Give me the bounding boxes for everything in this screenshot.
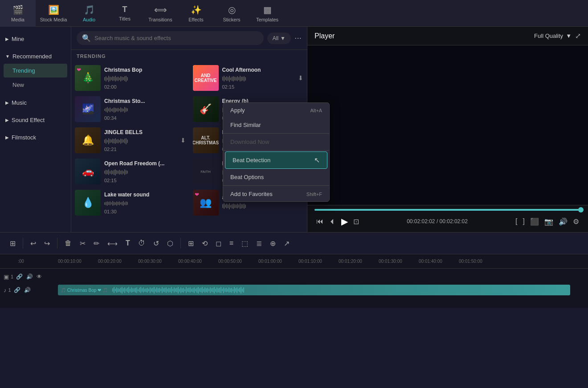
ctx-add-favorites[interactable]: Add to Favorites Shift+F [223, 187, 329, 201]
toolbar-stickers[interactable]: ◎ Stickers [214, 0, 249, 27]
add-button[interactable]: ⊕ [267, 237, 278, 250]
player-panel: Player Full Quality ▼ ⤢ ⏮ ⏴ ▶ ⊡ [307, 27, 588, 232]
sidebar-recommended-header[interactable]: ▼ Recommended [0, 49, 71, 63]
video-visible-button[interactable]: 👁 [36, 273, 43, 281]
toolbar-media[interactable]: 🎬 Media [0, 0, 36, 27]
ruler-mark-0: :00 [18, 259, 58, 264]
loop-button[interactable]: ⊡ [351, 216, 361, 228]
track-item-lake[interactable]: 💧 Lake water sound 01:30 [71, 187, 189, 218]
play-button[interactable]: ▶ [339, 214, 350, 229]
audio-track-icon: ♪ [4, 287, 7, 294]
fullscreen-button[interactable]: ⬛ [528, 216, 541, 228]
audio-sound-button[interactable]: 🔊 [23, 286, 32, 294]
audio-link-button[interactable]: 🔗 [13, 286, 21, 294]
rotate-button[interactable]: ↺ [151, 237, 162, 250]
ctx-download-now[interactable]: Download Now [223, 135, 329, 149]
search-input[interactable] [94, 35, 258, 41]
search-icon: 🔍 [82, 34, 91, 42]
track-lane-video-content [58, 270, 588, 283]
audio-track-num: 1 [8, 287, 11, 293]
track-item-open-road[interactable]: 🚗 Open Road Freedom (... 02:15 [71, 156, 189, 187]
text-tool-button[interactable]: T [123, 237, 133, 250]
download-cool-button[interactable]: ⬇ [298, 74, 303, 82]
toolbar-templates[interactable]: ▦ Templates [249, 0, 285, 27]
ruler-mark-9: 00:01:30:00 [379, 259, 419, 264]
frame-back-button[interactable]: ⏴ [327, 216, 338, 227]
rewind-button[interactable]: ⏮ [314, 216, 325, 227]
track-item-jingle-bells[interactable]: 🔔 JINGLE BELLS 02:21 ⬇ [71, 125, 189, 156]
player-expand-button[interactable]: ⤢ [575, 32, 581, 40]
ctx-find-similar[interactable]: Find Similar [223, 118, 329, 132]
audio-clip-christmas-bop[interactable]: 🎵 Christmas Bop ❤ 🎵 [58, 285, 570, 295]
mark-out-button[interactable]: ] [521, 216, 527, 227]
effects-icon: ✨ [191, 4, 202, 15]
volume-button[interactable]: 🔊 [557, 216, 569, 228]
toolbar-audio[interactable]: 🎵 Audio [71, 0, 107, 27]
undo-button[interactable]: ↩ [28, 237, 39, 250]
video-link-button[interactable]: 🔗 [15, 273, 24, 281]
toolbar-titles[interactable]: T Titles [107, 0, 143, 27]
sidebar-mine-header[interactable]: ▶ Mine [0, 32, 71, 46]
sync-button[interactable]: ⟲ [199, 237, 210, 250]
track-item-christmas-story[interactable]: 🌌 Christmas Sto... 00:34 [71, 94, 189, 125]
sidebar-item-trending[interactable]: Trending [4, 64, 67, 78]
edit-button[interactable]: ✏ [91, 237, 102, 250]
split-button[interactable]: ≡ [227, 237, 236, 250]
settings-button[interactable]: ⚙ [571, 216, 581, 228]
sidebar-music-header[interactable]: ▶ Music [0, 96, 71, 110]
content-panel: 🔍 All ▼ ⋯ TRENDING 🎄 ❤ Chri [71, 27, 307, 232]
audio-clip-waveform [112, 287, 568, 294]
toolbar-stock-media[interactable]: 🖼️ Stock Media [36, 0, 71, 27]
player-canvas [307, 45, 588, 205]
mark-in-button[interactable]: [ [514, 216, 519, 227]
audio-tool-button[interactable]: ≣ [253, 237, 265, 250]
toolbar-media-label: Media [11, 17, 24, 22]
redo-button[interactable]: ↪ [41, 237, 53, 250]
current-time: 00:02:02:02 [407, 218, 435, 225]
ctx-favorites-shortcut: Shift+F [306, 192, 322, 197]
track-name-story: Christmas Sto... [104, 98, 186, 104]
progress-bar[interactable] [314, 209, 581, 211]
video-sound-button[interactable]: 🔊 [25, 273, 34, 281]
download-jingle-button[interactable]: ⬇ [180, 137, 186, 144]
track-name-road: Open Road Freedom (... [104, 160, 186, 167]
track-actions-jingle: ⬇ [180, 137, 186, 144]
toolbar-effects[interactable]: ✨ Effects [178, 0, 214, 27]
toolbar-transitions[interactable]: ⟺ Transitions [143, 0, 178, 27]
ctx-beat-label: Beat Detection [233, 157, 270, 163]
audio-clip-label: 🎵 Christmas Bop ❤ 🎵 [61, 288, 108, 293]
timeline-tracks: ▣ 1 🔗 🔊 👁 ♪ 1 🔗 🔊 🎵 Christmas Bop ❤ 🎵 [0, 269, 588, 308]
resize-button[interactable]: ⟷ [105, 237, 120, 250]
mask-button[interactable]: ◻ [213, 237, 224, 250]
screenshot-button[interactable]: 📷 [543, 216, 555, 228]
ctx-apply[interactable]: Apply Alt+A [223, 103, 329, 118]
quality-select[interactable]: Full Quality ▼ [534, 33, 572, 39]
top-toolbar: 🎬 Media 🖼️ Stock Media 🎵 Audio T Titles … [0, 0, 588, 27]
progress-fill [314, 209, 581, 211]
sidebar-section-music: ▶ Music [0, 94, 71, 111]
sidebar-item-new[interactable]: New [4, 78, 67, 92]
cut-button[interactable]: ✂ [77, 237, 88, 250]
more-options-button[interactable]: ⋯ [294, 34, 302, 42]
ctx-beat-options[interactable]: Beat Options [223, 170, 329, 184]
track-duration-story: 00:34 [104, 115, 186, 121]
ctx-beat-detection[interactable]: Beat Detection ↖ [225, 151, 327, 169]
layout-button[interactable]: ⊞ [7, 237, 18, 250]
search-input-wrap[interactable]: 🔍 [77, 31, 264, 45]
shape-button[interactable]: ⬡ [164, 237, 176, 250]
sidebar-filmstock-header[interactable]: ▶ Filmstock [0, 131, 71, 144]
multi-button[interactable]: ⬚ [239, 237, 251, 250]
grid-button[interactable]: ⊞ [185, 237, 196, 250]
filter-button[interactable]: All ▼ [267, 33, 291, 44]
playback-controls: ⏮ ⏴ ▶ ⊡ [314, 214, 361, 229]
export-button[interactable]: ↗ [281, 237, 292, 250]
sidebar-section-recommended: ▼ Recommended Trending New [0, 48, 71, 94]
track-info-story: Christmas Sto... 00:34 [104, 98, 186, 121]
ctx-favorites-label: Add to Favorites [230, 191, 273, 197]
track-item-christmas-bop[interactable]: 🎄 ❤ Christmas Bop 02:00 [71, 62, 189, 94]
track-thumb-crowd: 👥 ❤ [193, 190, 219, 216]
sidebar-sound-header[interactable]: ▶ Sound Effect [0, 113, 71, 127]
delete-button[interactable]: 🗑 [62, 237, 74, 250]
track-item-cool-afternoon[interactable]: AND CREATIVE Cool Afternoon 02:15 ⬇ [189, 62, 307, 94]
timer-button[interactable]: ⏱ [135, 237, 148, 250]
